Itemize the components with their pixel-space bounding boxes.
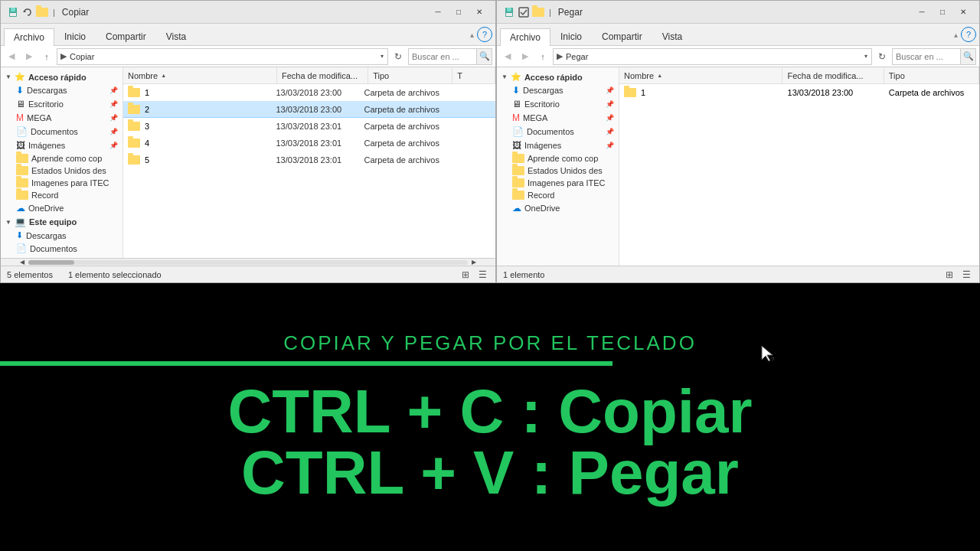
- left-address-path-container[interactable]: ▶ Copiar ▾: [57, 48, 388, 65]
- right-col-fecha[interactable]: Fecha de modifica...: [782, 67, 884, 83]
- left-quick-access-expand-icon: ▼: [5, 73, 11, 80]
- left-window-controls: ─ □ ✕: [428, 5, 489, 19]
- left-col-tipo[interactable]: Tipo: [368, 67, 452, 83]
- right-address-path-container[interactable]: ▶ Pegar ▾: [553, 48, 872, 65]
- left-minimize-button[interactable]: ─: [428, 5, 448, 19]
- left-file-row-4[interactable]: 4 13/03/2018 23:01 Carpeta de archivos: [123, 135, 495, 152]
- left-file-type-1: Carpeta de archivos: [359, 84, 440, 100]
- right-sidebar-item-imagenes[interactable]: 🖼 Imágenes 📌: [497, 139, 619, 152]
- left-file-row-3[interactable]: 3 13/03/2018 23:01 Carpeta de archivos: [123, 118, 495, 135]
- right-file-row-1[interactable]: 1 13/03/2018 23:00 Carpeta de archivos: [619, 84, 979, 101]
- left-file-list: Nombre ▲ Fecha de modifica... Tipo T 1 1…: [123, 67, 495, 258]
- left-descargas2-label: Descargas: [26, 231, 67, 240]
- right-tab-compartir[interactable]: Compartir: [592, 28, 652, 45]
- right-documentos-pin: 📌: [606, 128, 614, 135]
- right-mega-icon: M: [512, 112, 520, 123]
- right-maximize-button[interactable]: □: [933, 5, 952, 19]
- right-sidebar-item-estados[interactable]: Estados Unidos des: [497, 165, 619, 177]
- left-file-row-1[interactable]: 1 13/03/2018 23:00 Carpeta de archivos: [123, 84, 495, 101]
- right-title-bar-checkbox[interactable]: [518, 6, 530, 18]
- right-ribbon-expand[interactable]: ▴: [954, 31, 958, 39]
- left-sidebar-item-escritorio[interactable]: 🖥 Escritorio 📌: [1, 97, 122, 111]
- left-tab-inicio[interactable]: Inicio: [54, 28, 96, 45]
- left-list-view-button[interactable]: ☰: [475, 268, 489, 282]
- right-tab-vista[interactable]: Vista: [652, 28, 692, 45]
- left-maximize-button[interactable]: □: [449, 5, 469, 19]
- right-status-bar: 1 elemento ⊞ ☰: [497, 266, 979, 282]
- left-imagenes-itec-folder-icon: [16, 178, 28, 187]
- right-tab-archivo[interactable]: Archivo: [500, 28, 550, 46]
- left-sidebar-documentos2[interactable]: 📄 Documentos: [1, 242, 122, 255]
- right-address-dropdown[interactable]: ▾: [861, 49, 871, 64]
- left-tab-vista[interactable]: Vista: [156, 28, 196, 45]
- right-close-button[interactable]: ✕: [953, 5, 973, 19]
- left-col-fecha[interactable]: Fecha de modifica...: [277, 67, 368, 83]
- right-sidebar-quick-access[interactable]: ▼ ⭐ Acceso rápido: [497, 70, 619, 83]
- right-sidebar-item-documentos[interactable]: 📄 Documentos 📌: [497, 125, 619, 139]
- left-sidebar-item-record[interactable]: Record: [1, 189, 122, 201]
- left-sidebar-item-mega[interactable]: M MEGA 📌: [1, 111, 122, 125]
- right-sidebar-item-descargas[interactable]: ⬇ Descargas 📌: [497, 83, 619, 97]
- left-this-pc-icon: 💻: [15, 217, 26, 227]
- right-mega-pin: 📌: [606, 114, 614, 122]
- right-tab-inicio[interactable]: Inicio: [550, 28, 592, 45]
- left-sidebar-item-aprende[interactable]: Aprende como cop: [1, 152, 122, 165]
- right-sidebar-item-onedrive[interactable]: ☁ OneDrive: [497, 201, 619, 215]
- left-search-button[interactable]: 🔍: [477, 48, 492, 65]
- right-imagenes-pin: 📌: [606, 142, 614, 149]
- left-sidebar-item-documentos[interactable]: 📄 Documentos 📌: [1, 125, 122, 139]
- left-sidebar-quick-access[interactable]: ▼ ⭐ Acceso rápido: [1, 70, 122, 83]
- left-help-button[interactable]: ?: [477, 27, 492, 42]
- right-help-button[interactable]: ?: [961, 27, 976, 42]
- quick-access-toolbar-save[interactable]: [7, 6, 19, 18]
- right-sidebar-item-aprende[interactable]: Aprende como cop: [497, 152, 619, 165]
- left-sidebar-descargas2[interactable]: ⬇ Descargas: [1, 229, 122, 242]
- left-grid-view-button[interactable]: ⊞: [459, 268, 472, 282]
- left-sidebar-item-imagenes-itec[interactable]: Imagenes para ITEC: [1, 177, 122, 189]
- left-sidebar-item-imagenes[interactable]: 🖼 Imágenes 📌: [1, 139, 122, 152]
- left-file-row-2[interactable]: 2 13/03/2018 23:00 Carpeta de archivos: [123, 101, 495, 118]
- right-folder-icon-1: [624, 88, 636, 97]
- left-file-row-5[interactable]: 5 13/03/2018 23:01 Carpeta de archivos: [123, 152, 495, 168]
- right-sidebar-item-imagenes-itec[interactable]: Imagenes para ITEC: [497, 177, 619, 189]
- quick-access-toolbar-undo[interactable]: [21, 6, 34, 18]
- right-grid-view-button[interactable]: ⊞: [942, 268, 956, 282]
- right-nav-up[interactable]: ↑: [535, 49, 550, 64]
- right-refresh-button[interactable]: ↻: [874, 49, 890, 64]
- left-sidebar-item-onedrive[interactable]: ☁ OneDrive: [1, 201, 122, 215]
- right-sidebar-item-record[interactable]: Record: [497, 189, 619, 201]
- right-search-button[interactable]: 🔍: [961, 48, 976, 65]
- left-file-type-5: Carpeta de archivos: [359, 152, 440, 168]
- left-horizontal-scrollbar[interactable]: ◀ ▶: [1, 258, 495, 266]
- left-address-dropdown[interactable]: ▾: [377, 49, 387, 64]
- right-ribbon: Archivo Inicio Compartir Vista ▴ ?: [497, 24, 979, 46]
- right-title-bar-icon1[interactable]: [503, 6, 515, 18]
- left-main-content: ▼ ⭐ Acceso rápido ⬇ Descargas 📌 🖥 Escrit…: [1, 67, 495, 258]
- right-list-view-button[interactable]: ☰: [959, 268, 973, 282]
- left-nav-up[interactable]: ↑: [39, 49, 54, 64]
- left-sidebar-item-descargas[interactable]: ⬇ Descargas 📌: [1, 83, 122, 97]
- left-hscroll-thumb[interactable]: [28, 260, 74, 265]
- right-title-bar-icons: |: [503, 6, 554, 18]
- right-search-input[interactable]: [892, 48, 961, 65]
- left-sidebar-this-pc[interactable]: ▼ 💻 Este equipo: [1, 215, 122, 229]
- left-search-input[interactable]: [408, 48, 477, 65]
- left-tab-archivo[interactable]: Archivo: [4, 28, 54, 46]
- right-search-container: 🔍: [892, 48, 976, 65]
- left-hscroll-track[interactable]: [28, 260, 468, 265]
- right-col-nombre[interactable]: Nombre ▲: [619, 67, 782, 83]
- right-sidebar-item-escritorio[interactable]: 🖥 Escritorio 📌: [497, 97, 619, 111]
- left-sidebar-item-estados[interactable]: Estados Unidos des: [1, 165, 122, 177]
- left-refresh-button[interactable]: ↻: [390, 49, 406, 64]
- left-ribbon-expand[interactable]: ▴: [470, 31, 474, 39]
- left-col-nombre[interactable]: Nombre ▲: [123, 67, 277, 83]
- right-sidebar-item-mega[interactable]: M MEGA 📌: [497, 111, 619, 125]
- left-file-type-4: Carpeta de archivos: [359, 135, 440, 151]
- right-minimize-button[interactable]: ─: [912, 5, 932, 19]
- right-col-tipo[interactable]: Tipo: [884, 67, 979, 83]
- left-file-name-2: 2: [145, 105, 149, 114]
- right-onedrive-icon: ☁: [512, 203, 521, 214]
- left-close-button[interactable]: ✕: [469, 5, 489, 19]
- left-col-tamanio[interactable]: T: [452, 67, 495, 83]
- left-tab-compartir[interactable]: Compartir: [96, 28, 156, 45]
